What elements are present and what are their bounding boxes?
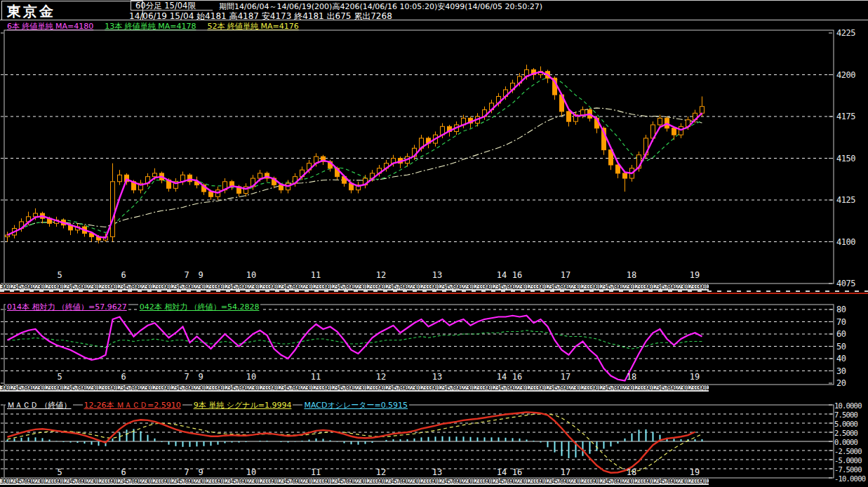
x-axis-day-label: 17 xyxy=(561,271,570,279)
axis-tick-label: 0.0000 xyxy=(834,438,857,446)
x-axis-day-label: 14 xyxy=(497,373,507,381)
axis-tick-label: 70 xyxy=(836,318,846,326)
x-axis-day-label: 5 xyxy=(57,373,62,381)
x-axis-day-label: 13 xyxy=(432,271,442,279)
axis-tick-label: -2.5000 xyxy=(834,447,862,455)
axis-tick-label: -7.5000 xyxy=(834,465,862,474)
axis-tick-label: 2.5000 xyxy=(834,429,857,437)
x-axis-day-label: 18 xyxy=(627,271,636,279)
x-axis-day-label: 5 xyxy=(57,271,62,279)
x-axis-day-label: 6 xyxy=(121,271,126,279)
axis-tick-label: 80 xyxy=(836,305,846,314)
macd-title-label: ＭＡＣＤ （終値） xyxy=(6,401,73,410)
macd-oscillator-label[interactable]: MACDオシレーター=0.5915 xyxy=(302,401,409,410)
x-axis-day-label: 13 xyxy=(432,468,442,476)
axis-tick-label: -5.0000 xyxy=(834,456,862,465)
x-axis-day-label: 10 xyxy=(246,271,256,279)
panel-separator-red-line xyxy=(0,293,868,294)
x-axis-day-label: 16 xyxy=(512,373,522,381)
x-axis-day-label: 12 xyxy=(376,271,386,279)
x-axis-day-label: 17 xyxy=(561,468,570,476)
timeframe-label[interactable]: 60分足 15/04限 xyxy=(135,1,196,11)
axis-tick-label: 4100 xyxy=(836,238,855,246)
axis-tick-label: 4150 xyxy=(836,154,855,163)
x-axis-day-label: 12 xyxy=(376,468,386,476)
x-axis-day-label: 6 xyxy=(121,468,126,476)
x-axis-day-label: 19 xyxy=(690,468,700,476)
header-separator-line xyxy=(0,20,868,20)
axis-tick-label: 20 xyxy=(836,379,846,387)
axis-tick-label: -10.0000 xyxy=(834,474,865,483)
rsi-legend-42[interactable]: 042本 相対力 （終値）=54.2828 xyxy=(138,302,261,312)
x-axis-day-label: 7 xyxy=(184,373,189,381)
x-axis-day-label: 12 xyxy=(376,373,386,381)
x-axis-day-label: 18 xyxy=(627,468,636,476)
header-top-line xyxy=(131,0,868,1)
x-axis-day-label: 7 xyxy=(184,271,189,279)
axis-tick-label: 30 xyxy=(836,367,846,375)
axis-tick-label: 10.0000 xyxy=(834,401,862,410)
time-axis-strip-rsi: 3901234578902230123339012345789022301233… xyxy=(0,385,709,392)
axis-tick-label: 4125 xyxy=(836,196,855,204)
rsi-legend-14[interactable]: 014本 相対力 （終値）=57.9627 xyxy=(6,302,128,312)
axis-tick-label: 50 xyxy=(836,342,846,351)
axis-tick-label: 4075 xyxy=(836,279,855,288)
x-axis-day-label: 11 xyxy=(311,468,321,476)
chart-terminal-window: 東京金 60分足 15/04限 期間14/06/04～14/06/19(200)… xyxy=(0,0,868,487)
axis-tick-label: 40 xyxy=(836,354,846,363)
x-axis-day-label: 19 xyxy=(690,373,700,381)
x-axis-day-label: 18 xyxy=(627,373,636,381)
rsi-header-row: 014本 相対力 （終値）=57.9627042本 相対力 （終値）=54.28… xyxy=(6,302,270,312)
macd-header-row: ＭＡＣＤ （終値）12-26本 ＭＡＣＤ=2.59109本 単純 シグナル=1.… xyxy=(6,400,419,411)
x-axis-day-label: 9 xyxy=(198,373,203,381)
x-axis-day-label: 16 xyxy=(512,271,522,279)
axis-tick-label: 4175 xyxy=(836,112,855,121)
macd-signal-label[interactable]: 9本 単純 シグナル=1.9994 xyxy=(192,401,293,410)
axis-tick-label: 7.5000 xyxy=(834,411,857,419)
x-axis-day-label: 19 xyxy=(690,271,700,279)
x-axis-day-label: 10 xyxy=(246,373,256,381)
x-axis-day-label: 10 xyxy=(246,468,256,476)
x-axis-day-label: 11 xyxy=(311,271,321,279)
x-axis-day-label: 13 xyxy=(432,373,442,381)
price-chart-plot-area[interactable] xyxy=(4,30,834,283)
x-axis-day-label: 9 xyxy=(198,468,203,476)
axis-tick-label: 5.0000 xyxy=(834,420,857,428)
x-axis-day-label: 11 xyxy=(311,373,321,381)
x-axis-day-label: 14 xyxy=(497,468,507,476)
time-axis-strip-price: 3901234578902230123339012345789022301233… xyxy=(0,284,709,291)
x-axis-day-label: 6 xyxy=(121,373,126,381)
x-axis-day-label: 17 xyxy=(561,373,570,381)
axis-tick-label: 60 xyxy=(836,330,846,338)
rsi-plot-area[interactable] xyxy=(4,305,834,385)
time-axis-strip-macd: 3901234578902230123339012345789022301233… xyxy=(0,479,709,485)
x-axis-day-label: 5 xyxy=(57,468,62,476)
x-axis-day-label: 9 xyxy=(198,271,203,279)
symbol-title: 東京金 xyxy=(7,2,55,21)
x-axis-day-label: 16 xyxy=(512,468,522,476)
macd-plot-area[interactable] xyxy=(4,405,834,478)
tick-dash-row xyxy=(0,291,868,292)
x-axis-day-label: 7 xyxy=(184,468,189,476)
axis-tick-label: 4200 xyxy=(836,71,855,79)
macd-value-label[interactable]: 12-26本 ＭＡＣＤ=2.5910 xyxy=(83,401,182,410)
axis-tick-label: 4225 xyxy=(836,29,855,37)
x-axis-day-label: 14 xyxy=(497,271,507,279)
